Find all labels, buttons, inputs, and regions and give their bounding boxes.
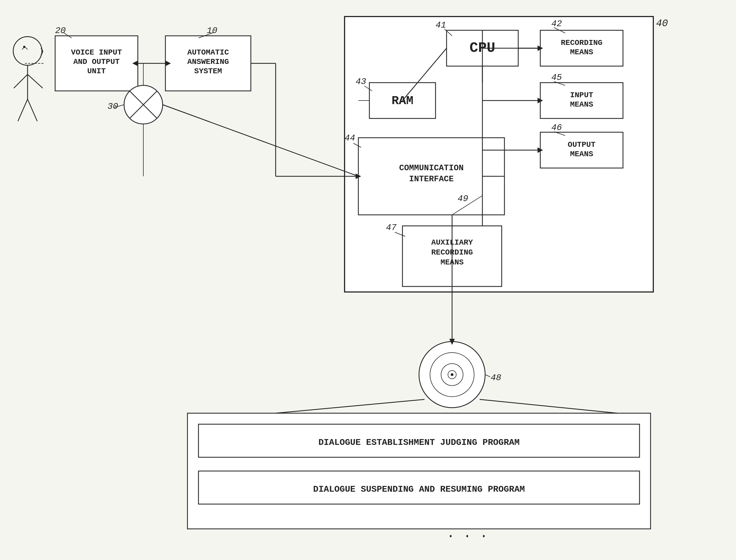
svg-text:40: 40 [656,18,668,29]
svg-point-29 [451,373,454,376]
svg-text:COMMUNICATION: COMMUNICATION [399,163,464,173]
svg-text:OUTPUT: OUTPUT [568,140,596,149]
svg-text:DIALOGUE ESTABLISHMENT JUDGING: DIALOGUE ESTABLISHMENT JUDGING PROGRAM [318,437,520,448]
svg-text:49: 49 [458,194,468,204]
svg-text:AUXILIARY: AUXILIARY [431,238,473,247]
svg-text:VOICE INPUT: VOICE INPUT [71,48,122,57]
svg-text:RECORDING: RECORDING [561,39,602,47]
svg-text:UNIT: UNIT [87,67,106,75]
svg-text:MEANS: MEANS [570,48,593,56]
svg-text:44: 44 [344,133,355,143]
svg-text:47: 47 [386,223,397,233]
svg-text:20: 20 [55,26,66,36]
svg-text:. . .: . . . [447,526,488,541]
svg-text:MEANS: MEANS [570,150,593,158]
svg-text:RECORDING: RECORDING [431,248,473,257]
svg-text:INTERFACE: INTERFACE [409,174,454,184]
svg-text:MEANS: MEANS [441,258,464,267]
svg-text:30: 30 [107,101,118,112]
svg-text:45: 45 [551,72,562,83]
svg-text:ANSWERING: ANSWERING [187,58,229,66]
svg-point-7 [23,46,25,48]
svg-text:SYSTEM: SYSTEM [194,67,222,75]
svg-text:INPUT: INPUT [570,91,593,99]
svg-text:46: 46 [551,123,562,133]
diagram: 40 41 42 43 44 45 46 47 48 49 30 20 [0,0,736,560]
svg-text:RAM: RAM [392,94,413,108]
svg-text:CPU: CPU [470,40,495,56]
svg-text:AND OUTPUT: AND OUTPUT [73,58,120,66]
svg-text:AUTOMATIC: AUTOMATIC [187,48,229,57]
svg-text:DIALOGUE SUSPENDING AND RESUMI: DIALOGUE SUSPENDING AND RESUMING PROGRAM [313,484,525,494]
svg-text:42: 42 [551,19,562,29]
svg-text:MEANS: MEANS [570,100,593,109]
svg-text:43: 43 [355,77,366,87]
svg-text:48: 48 [491,373,501,383]
